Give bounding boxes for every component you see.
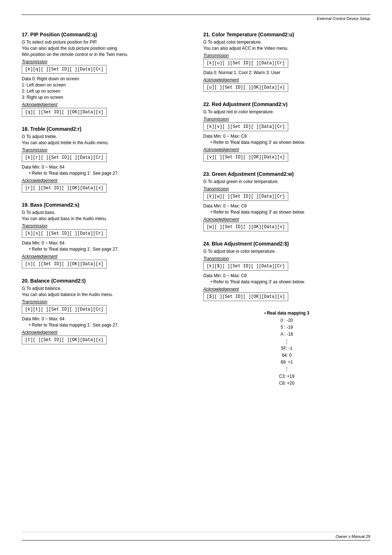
real-data-entry: C3: +19 bbox=[203, 373, 370, 380]
section-22-bullet: Refer to 'Real data mapping 3' as shown … bbox=[211, 140, 370, 145]
section-19-desc: G To adjust bass. bbox=[22, 210, 189, 215]
section-21: 21. Color Temperature (Command2:u)G To a… bbox=[203, 32, 370, 93]
section-22: 22. Red Adjustment (Command2:v)G To adju… bbox=[203, 101, 370, 163]
section-22-ack-cmd: [v][ ][Set ID][ ][OK][Data][x] bbox=[203, 153, 288, 162]
section-23: 23. Green Adjustment (Command2:w)G To ad… bbox=[203, 171, 370, 233]
section-17-transmission-cmd: [k][q][ ][Set ID][ ][Data][Cr] bbox=[22, 65, 107, 74]
section-20-bullet: Refer to 'Real data mapping 1'. See page… bbox=[29, 323, 189, 328]
section-19: 19. Bass (Command2:s)G To adjust bass. Y… bbox=[22, 202, 189, 270]
section-19-bullet: Refer to 'Real data mapping 1'. See page… bbox=[29, 247, 189, 252]
section-17: 17. PIP Position (Command2:q)G To select… bbox=[22, 32, 189, 118]
footer: Owner s Manual 29 bbox=[22, 532, 370, 540]
real-data-entry: ⋮ bbox=[203, 366, 370, 373]
section-23-ack-label: Acknowledgement bbox=[203, 217, 370, 222]
section-22-desc: G To adjust red in color temperature. bbox=[203, 109, 370, 114]
footer-text: Owner s Manual 29 bbox=[336, 534, 370, 539]
section-19-title: 19. Bass (Command2:s) bbox=[22, 202, 189, 208]
section-18-desc: G To adjust treble. bbox=[22, 134, 189, 139]
section-23-desc: G To adjust green in color temperature. bbox=[203, 179, 370, 184]
section-22-transmission-cmd: [k][v][ ][Set ID][ ][Data][Cr] bbox=[203, 122, 288, 131]
section-19-ack-cmd: [s][ ][Set ID][ ][OK][Data][x] bbox=[22, 260, 107, 268]
section-21-data-line: Data 0: Normal 1: Cool 2: Warm 3: User bbox=[203, 70, 370, 75]
section-24-ack-cmd: [$][ ][Set ID][ ][OK][Data][x] bbox=[203, 292, 288, 301]
real-data-mapping: • Real data mapping 30 : -205 : -19A : -… bbox=[203, 311, 370, 387]
section-21-desc: You can also adjust ACC in the Video men… bbox=[203, 46, 370, 51]
section-17-data-line: Data 0: Right down on screen bbox=[22, 76, 189, 81]
real-data-entry: 64: 0 bbox=[203, 352, 370, 359]
section-21-title: 21. Color Temperature (Command2:u) bbox=[203, 32, 370, 37]
section-20: 20. Balance (Command2:t)G To adjust bala… bbox=[22, 278, 189, 346]
section-21-desc: G To adjust color temperature. bbox=[203, 40, 370, 45]
section-20-desc: You can also adjust balance in the Audio… bbox=[22, 292, 189, 297]
section-22-transmission-label: Transmission bbox=[203, 117, 370, 122]
real-data-entry: A : -18 bbox=[203, 331, 370, 338]
section-22-title: 22. Red Adjustment (Command2:v) bbox=[203, 101, 370, 107]
section-24-data-line: Data Min: 0 ~ Max: C8 bbox=[203, 273, 370, 278]
section-20-transmission-label: Transmission bbox=[22, 299, 189, 304]
section-17-transmission-label: Transmission bbox=[22, 59, 189, 64]
section-23-transmission-label: Transmission bbox=[203, 186, 370, 191]
section-20-desc: G To adjust balance. bbox=[22, 286, 189, 291]
section-17-data-line: 2: Left up on screen bbox=[22, 89, 189, 94]
section-17-data-line: 1: Left down on screen bbox=[22, 82, 189, 88]
section-18-transmission-cmd: [k][r][ ][Set ID][ ][Data][Cr] bbox=[22, 153, 107, 162]
section-19-data-line: Data Min: 0 ~ Max: 64 bbox=[22, 240, 189, 246]
section-21-ack-label: Acknowledgement bbox=[203, 77, 370, 82]
section-19-transmission-cmd: [k][s][ ][Set ID][ ][Data][Cr] bbox=[22, 229, 107, 238]
section-22-ack-label: Acknowledgement bbox=[203, 147, 370, 152]
real-data-entry: 0 : -20 bbox=[203, 317, 370, 324]
section-19-desc: You can also adjust bass in the Audio me… bbox=[22, 216, 189, 221]
section-24-transmission-label: Transmission bbox=[203, 256, 370, 261]
section-17-ack-cmd: [q][ ][Set ID][ ][OK][Data][x] bbox=[22, 108, 107, 117]
section-24-transmission-cmd: [k][$][ ][Set ID][ ][Data][Cr] bbox=[203, 262, 288, 271]
section-17-desc: Win.position on the remote control or in… bbox=[22, 52, 189, 57]
section-17-desc: G To select sub picture position for PIP… bbox=[22, 40, 189, 45]
section-23-bullet: Refer to 'Real data mapping 3' as shown … bbox=[211, 210, 370, 215]
section-20-transmission-cmd: [k][t][ ][Set ID][ ][Data][Cr] bbox=[22, 305, 107, 314]
section-18-desc: You can also adjust treble in the Audio … bbox=[22, 140, 189, 145]
section-18-data-line: Data Min: 0 ~ Max: 64 bbox=[22, 165, 189, 170]
page: External Control Device Setup 17. PIP Po… bbox=[0, 0, 392, 417]
real-data-entry: 5F: -1 bbox=[203, 345, 370, 352]
main-content: 17. PIP Position (Command2:q)G To select… bbox=[22, 32, 370, 395]
section-20-ack-label: Acknowledgement bbox=[22, 330, 189, 335]
section-19-ack-label: Acknowledgement bbox=[22, 254, 189, 259]
right-column: 21. Color Temperature (Command2:u)G To a… bbox=[203, 32, 370, 395]
section-17-desc: You can also adjust the sub picture posi… bbox=[22, 46, 189, 51]
section-21-ack-cmd: [u][ ][Set ID][ ][OK][Data][x] bbox=[203, 83, 288, 92]
section-17-data-line: 3: Right up on screen bbox=[22, 95, 189, 100]
section-21-transmission-label: Transmission bbox=[203, 53, 370, 58]
section-23-title: 23. Green Adjustment (Command2:w) bbox=[203, 171, 370, 177]
section-20-title: 20. Balance (Command2:t) bbox=[22, 278, 189, 284]
section-18-transmission-label: Transmission bbox=[22, 147, 189, 153]
section-17-title: 17. PIP Position (Command2:q) bbox=[22, 32, 189, 37]
section-18-title: 18. Treble (Command2:r) bbox=[22, 126, 189, 132]
section-22-data-line: Data Min: 0 ~ Max: C8 bbox=[203, 134, 370, 139]
section-18: 18. Treble (Command2:r)G To adjust trebl… bbox=[22, 126, 189, 194]
section-23-ack-cmd: [w][ ][Set ID][ ][OK][Data][x] bbox=[203, 223, 288, 231]
real-data-entry: ⋮ bbox=[203, 338, 370, 345]
section-18-ack-label: Acknowledgement bbox=[22, 178, 189, 183]
section-24-ack-label: Acknowledgement bbox=[203, 287, 370, 292]
section-18-ack-cmd: [r][ ][Set ID][ ][OK][Data][x] bbox=[22, 184, 107, 193]
real-data-entry: C8: +20 bbox=[203, 380, 370, 387]
section-24: 24. Blue Adjustment (Command2:$)G To adj… bbox=[203, 241, 370, 303]
header: External Control Device Setup bbox=[22, 15, 370, 28]
header-text: External Control Device Setup bbox=[317, 16, 370, 21]
section-17-ack-label: Acknowledgement bbox=[22, 102, 189, 107]
section-23-transmission-cmd: [k][w][ ][Set ID][ ][Data][Cr] bbox=[203, 192, 288, 201]
real-data-entry: 69: +1 bbox=[203, 359, 370, 366]
section-20-data-line: Data Min: 0 ~ Max: 64 bbox=[22, 316, 189, 321]
section-24-bullet: Refer to 'Real data mapping 3' as shown … bbox=[211, 279, 370, 284]
real-data-entry: 5 : -19 bbox=[203, 324, 370, 331]
left-column: 17. PIP Position (Command2:q)G To select… bbox=[22, 32, 189, 395]
section-21-transmission-cmd: [k][u][ ][Set ID][ ][Data][Cr] bbox=[203, 59, 288, 68]
section-19-transmission-label: Transmission bbox=[22, 223, 189, 228]
section-24-desc: G To adjust blue in color temperature. bbox=[203, 249, 370, 254]
section-23-data-line: Data Min: 0 ~ Max: C8 bbox=[203, 203, 370, 208]
section-18-bullet: Refer to 'Real data mapping 1'. See page… bbox=[29, 171, 189, 176]
real-data-mapping-title: • Real data mapping 3 bbox=[203, 311, 370, 316]
section-20-ack-cmd: [t][ ][Set ID][ ][OK][Data][x] bbox=[22, 336, 107, 344]
section-24-title: 24. Blue Adjustment (Command2:$) bbox=[203, 241, 370, 247]
